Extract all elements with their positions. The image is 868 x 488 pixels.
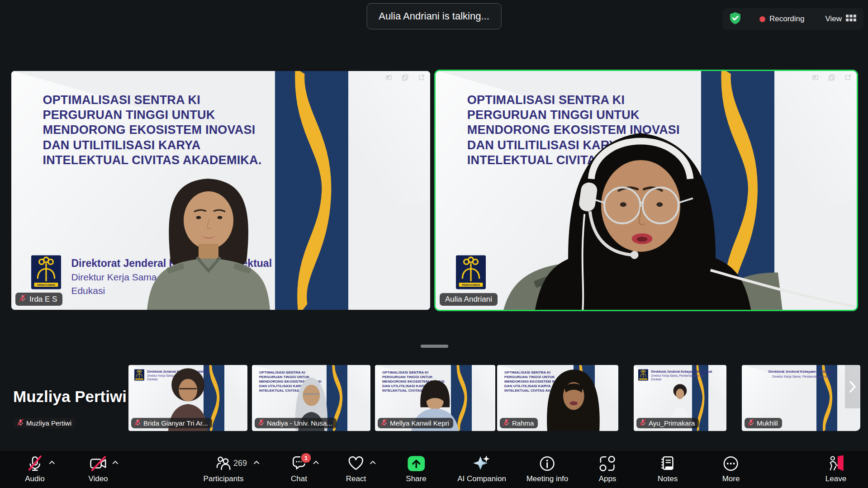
participant-name: Rahma	[512, 419, 534, 427]
chevron-up-icon[interactable]	[48, 460, 55, 464]
pin-video-icon[interactable]	[385, 74, 392, 81]
chevron-right-icon	[849, 380, 856, 393]
svg-text:PENGAYOMAN: PENGAYOMAN	[640, 379, 647, 379]
duplicate-view-icon[interactable]	[828, 74, 835, 81]
toolbar-button-label: Video	[88, 474, 108, 483]
mic-muted-icon	[257, 419, 265, 427]
filmstrip-next-button[interactable]	[845, 365, 860, 408]
security-shield-icon[interactable]	[729, 12, 741, 27]
chevron-up-icon[interactable]	[370, 460, 376, 464]
apps-icon	[599, 455, 616, 472]
video-tile-irda[interactable]: OPTIMALISASI SENTRA KI PERGURUAN TINGGI …	[11, 71, 430, 310]
chat-unread-badge: 1	[300, 452, 312, 464]
recording-indicator[interactable]: Recording	[769, 14, 805, 24]
participant-name-tag: Nadiya - Univ. Nusa...	[255, 418, 337, 428]
participant-name: Ayu_Primakara	[649, 419, 695, 427]
view-button-label[interactable]: View	[825, 14, 842, 24]
toolbar-audio-button[interactable]: Audio	[25, 454, 44, 483]
recording-dot	[759, 16, 765, 22]
mic-muted-icon	[19, 294, 26, 304]
participant-name-tag: Irda E S	[15, 293, 62, 306]
participant-aulia-avatar	[436, 71, 857, 310]
camera-off-display-name: Muzliya Pertiwi	[11, 388, 128, 406]
toolbar-button-label: Notes	[658, 474, 678, 483]
toolbar-button-label: Chat	[290, 474, 308, 483]
participant-name: Mukhlil	[757, 419, 778, 427]
svg-text:PENGAYOMAN: PENGAYOMAN	[137, 379, 143, 379]
participant-name-tag: Mukhlil	[745, 418, 782, 428]
toolbar-chat-button[interactable]: 1Chat	[290, 454, 308, 483]
active-speaker-banner: Aulia Andriani is talking...	[366, 3, 502, 29]
mic-muted-icon	[503, 419, 510, 427]
tile-controls	[812, 74, 851, 81]
heart-react-icon	[347, 455, 365, 472]
toolbar-button-label: Leave	[825, 474, 846, 483]
toolbar-share-button[interactable]: Share	[406, 454, 426, 483]
filmstrip-tile[interactable]: OPTIMALISASI SENTRA KI PERGURUAN TINGGI …	[497, 365, 618, 431]
toolbar-button-label: Share	[406, 474, 426, 483]
chevron-up-icon[interactable]	[253, 460, 260, 464]
pin-video-icon[interactable]	[812, 74, 819, 81]
filmstrip-tile[interactable]: OPTIMALISASI SENTRA KI PERGURUAN TINGGI …	[252, 365, 370, 431]
more-icon	[722, 455, 740, 472]
toolbar-participants-button[interactable]: 269Participants	[204, 454, 244, 483]
participant-name-tag: Rahma	[500, 418, 538, 428]
participant-avatar	[531, 365, 611, 431]
toolbar-leave-button[interactable]: Leave	[825, 454, 846, 483]
toolbar-button-label: Meeting info	[526, 474, 569, 483]
ai-companion-icon	[472, 455, 491, 473]
pengayoman-logo: PENGAYOMAN	[134, 369, 144, 381]
participants-count: 269	[233, 459, 247, 468]
filmstrip-tile[interactable]: Muzliya PertiwiMuzliya Pertiwi	[11, 365, 128, 431]
toolbar-button-label: Apps	[599, 474, 617, 483]
participant-name-tag: Aulia Andriani	[440, 293, 498, 306]
filmstrip-tile[interactable]: Direktorat Jenderal Kekayaan Intelektual…	[742, 365, 860, 431]
mic-muted-icon	[747, 419, 754, 427]
mic-muted-icon	[17, 419, 24, 427]
participant-name: Brida Gianyar Tri Ar...	[143, 419, 208, 427]
popout-icon[interactable]	[844, 74, 851, 81]
participant-name: Mellya Kanwil Kepri	[390, 419, 449, 427]
meeting-status-panel: Recording View	[723, 8, 863, 30]
toolbar-button-label: Audio	[25, 474, 44, 483]
toolbar-info-button[interactable]: Meeting info	[526, 454, 569, 483]
participant-name: Nadiya - Univ. Nusa...	[267, 419, 332, 427]
filmstrip: Muzliya PertiwiMuzliya PertiwiPENGAYOMAN…	[0, 365, 868, 431]
slide-org-block: Direktorat Jenderal Kekayaan Intelektual…	[754, 370, 849, 379]
meeting-toolbar: © Copyright Kantor Wilayah Kemenkumham K…	[0, 451, 868, 488]
leave-icon	[826, 455, 845, 473]
chevron-up-icon[interactable]	[112, 460, 119, 464]
participant-name: Muzliya Pertiwi	[26, 419, 71, 427]
toolbar-button-label: AI Companion	[457, 474, 506, 483]
popout-icon[interactable]	[418, 74, 425, 81]
mic-muted-icon	[134, 419, 141, 427]
tile-controls	[385, 74, 425, 81]
chevron-up-icon[interactable]	[313, 460, 319, 464]
toolbar-button-label: Participants	[204, 474, 244, 483]
participant-name-tag: Muzliya Pertiwi	[14, 418, 76, 428]
toolbar-button-label: React	[346, 474, 366, 483]
toolbar-button-label: More	[722, 474, 740, 483]
toolbar-notes-button[interactable]: Notes	[658, 454, 678, 483]
duplicate-view-icon[interactable]	[402, 74, 408, 81]
video-tile-aulia[interactable]: OPTIMALISASI SENTRA KI PERGURUAN TINGGI …	[434, 70, 858, 311]
filmstrip-tile[interactable]: PENGAYOMANDirektorat Jenderal Kekayaan I…	[128, 365, 247, 431]
mic-muted-icon	[380, 419, 388, 427]
toolbar-ai-button[interactable]: AI Companion	[457, 454, 506, 483]
toolbar-apps-button[interactable]: Apps	[599, 454, 617, 483]
filmstrip-tile[interactable]: OPTIMALISASI SENTRA KI PERGURUAN TINGGI …	[375, 365, 495, 431]
camera-muted-icon	[89, 455, 108, 472]
participant-name-tag: Ayu_Primakara	[636, 418, 699, 428]
participant-irda-avatar	[11, 71, 430, 310]
pengayoman-logo: PENGAYOMAN	[638, 369, 648, 381]
gallery-view-icon[interactable]	[846, 14, 856, 24]
zoom-meeting-window: Aulia Andriani is talking... Recording V…	[0, 0, 868, 488]
filmstrip-resize-handle[interactable]	[421, 345, 448, 348]
filmstrip-tile[interactable]: PENGAYOMANDirektorat Jenderal Kekayaan I…	[634, 365, 726, 431]
notes-icon	[659, 455, 676, 472]
mic-muted-icon	[26, 455, 43, 472]
toolbar-react-button[interactable]: React	[346, 454, 366, 483]
mic-muted-icon	[639, 419, 646, 427]
toolbar-video-button[interactable]: Video	[88, 454, 108, 483]
toolbar-more-button[interactable]: More	[722, 454, 740, 483]
